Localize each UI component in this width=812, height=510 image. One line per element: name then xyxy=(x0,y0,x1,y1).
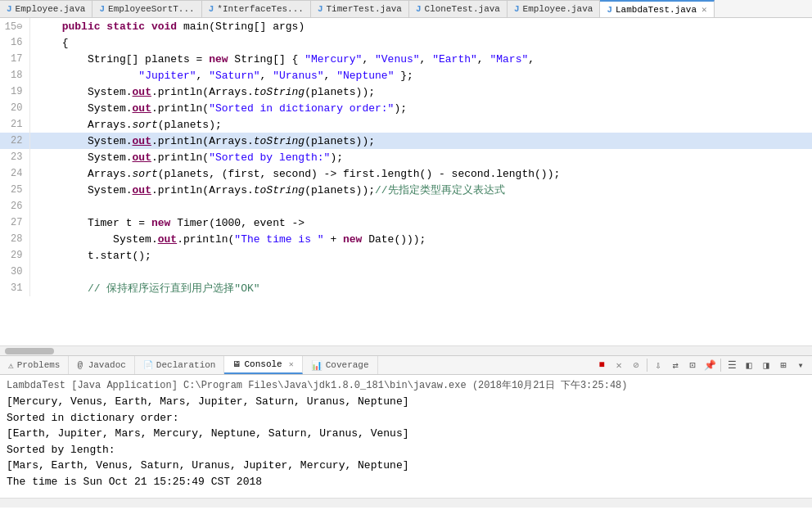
java-icon: J xyxy=(607,5,612,15)
console-line-1: [Mercury, Venus, Earth, Mars, Jupiter, S… xyxy=(7,394,805,410)
layout-button1[interactable]: ◧ xyxy=(741,357,757,373)
tab-employee2[interactable]: J Employee.java xyxy=(508,0,600,17)
disconnect-button[interactable]: ⊘ xyxy=(628,357,644,373)
code-content: Timer t = new Timer(1000, event -> xyxy=(29,214,812,231)
line-number: 17 xyxy=(0,51,29,67)
console-area: LambdaTest [Java Application] C:\Program… xyxy=(0,375,812,498)
line-number: 18 xyxy=(0,67,29,83)
separator1 xyxy=(647,359,647,372)
line-number: 16 xyxy=(0,34,29,51)
clear-button[interactable]: ⊡ xyxy=(684,357,701,373)
line-24: 24 Arrays.sort(planets, (first, second) … xyxy=(0,165,812,182)
tab-clonetest[interactable]: J CloneTest.java xyxy=(409,0,508,17)
line-29: 29 t.start(); xyxy=(0,247,812,264)
tab-label: TimerTest.java xyxy=(327,4,402,14)
java-icon: J xyxy=(514,4,520,14)
tab-javadoc[interactable]: @ Javadoc xyxy=(69,356,134,374)
pin-button[interactable]: 📌 xyxy=(701,357,718,373)
line-17: 17 String[] planets = new String[] { "Me… xyxy=(0,51,812,67)
declaration-icon: 📄 xyxy=(143,360,153,370)
scroll-lock-button[interactable]: ⇩ xyxy=(650,357,666,373)
tab-console[interactable]: 🖥 Console ✕ xyxy=(224,356,302,374)
code-content: System.out.println("Sorted by length:"); xyxy=(29,149,812,165)
tab-timertest[interactable]: J TimerTest.java xyxy=(311,0,409,17)
tab-label: Employee.java xyxy=(16,4,86,14)
word-wrap-button[interactable]: ⇄ xyxy=(667,357,683,373)
code-content: t.start(); xyxy=(29,247,812,264)
code-content: System.out.println(Arrays.toString(plane… xyxy=(29,133,812,149)
java-icon: J xyxy=(318,4,323,14)
java-icon: J xyxy=(416,4,422,14)
layout-button2[interactable]: ◨ xyxy=(758,357,774,373)
h-scroll-thumb[interactable] xyxy=(5,348,54,354)
line-number: 24 xyxy=(0,165,29,182)
java-icon: J xyxy=(209,4,214,14)
bottom-scrollbar[interactable] xyxy=(0,498,812,508)
code-table: 15⊖ public static void main(String[] arg… xyxy=(0,18,812,296)
line-number: 23 xyxy=(0,149,29,165)
tab-label: Problems xyxy=(17,360,61,370)
line-27: 27 Timer t = new Timer(1000, event -> xyxy=(0,214,812,231)
line-number: 25 xyxy=(0,182,29,198)
stop-button[interactable]: ■ xyxy=(593,357,610,373)
code-content xyxy=(29,264,812,280)
console-line-5: [Mars, Earth, Venus, Saturn, Uranus, Jup… xyxy=(7,458,805,474)
tab-problems[interactable]: ⚠ Problems xyxy=(0,356,69,374)
java-icon: J xyxy=(99,4,105,14)
view-menu-button[interactable]: ☰ xyxy=(724,357,740,373)
line-number: 20 xyxy=(0,100,29,116)
code-content xyxy=(29,198,812,214)
line-15: 15⊖ public static void main(String[] arg… xyxy=(0,18,812,34)
java-icon: J xyxy=(7,4,12,14)
tab-label: Declaration xyxy=(156,360,216,370)
close-icon[interactable]: ✕ xyxy=(289,359,294,369)
expand-button[interactable]: ⊞ xyxy=(775,357,792,373)
editor-scrollbar[interactable] xyxy=(0,345,812,355)
tab-label: LambdaTest.java xyxy=(616,5,697,15)
tab-declaration[interactable]: 📄 Declaration xyxy=(135,356,225,374)
code-content: System.out.println(Arrays.toString(plane… xyxy=(29,83,812,100)
close-icon[interactable]: ✕ xyxy=(701,4,707,15)
line-number: 21 xyxy=(0,116,29,133)
console-line-4: Sorted by length: xyxy=(7,442,805,458)
tab-label: Coverage xyxy=(326,360,369,370)
tab-employeesort[interactable]: J EmployeeSortT... xyxy=(92,0,201,17)
editor-area: 15⊖ public static void main(String[] arg… xyxy=(0,18,812,345)
tab-interfacetest[interactable]: J *InterfaceTes... xyxy=(202,0,311,17)
tab-coverage[interactable]: 📊 Coverage xyxy=(303,356,378,374)
line-number: 15⊖ xyxy=(0,18,29,34)
line-26: 26 xyxy=(0,198,812,214)
tab-bar: J Employee.java J EmployeeSortT... J *In… xyxy=(0,0,812,18)
tab-employee1[interactable]: J Employee.java xyxy=(0,0,92,17)
tab-label: Employee.java xyxy=(523,4,593,14)
line-30: 30 xyxy=(0,264,812,280)
code-content: public static void main(String[] args) xyxy=(29,18,812,34)
line-21: 21 Arrays.sort(planets); xyxy=(0,116,812,133)
line-number: 19 xyxy=(0,83,29,100)
console-run-line: LambdaTest [Java Application] C:\Program… xyxy=(7,378,805,392)
console-line-3: [Earth, Jupiter, Mars, Mercury, Neptune,… xyxy=(7,426,805,442)
chevron-down-button[interactable]: ▾ xyxy=(792,357,809,373)
code-content: Arrays.sort(planets); xyxy=(29,116,812,133)
terminate-button[interactable]: ✕ xyxy=(611,357,627,373)
code-content: System.out.println("The time is " + new … xyxy=(29,231,812,247)
code-content: // 保持程序运行直到用户选择"OK" xyxy=(29,280,812,296)
line-number: 28 xyxy=(0,231,29,247)
line-28: 28 System.out.println("The time is " + n… xyxy=(0,231,812,247)
tab-lambdatest[interactable]: J LambdaTest.java ✕ xyxy=(600,0,714,17)
bottom-tabs: ⚠ Problems @ Javadoc 📄 Declaration 🖥 Con… xyxy=(0,355,812,375)
code-content: String[] planets = new String[] { "Mercu… xyxy=(29,51,812,67)
coverage-icon: 📊 xyxy=(311,360,323,371)
code-content: System.out.println(Arrays.toString(plane… xyxy=(29,182,812,198)
line-19: 19 System.out.println(Arrays.toString(pl… xyxy=(0,83,812,100)
line-31: 31 // 保持程序运行直到用户选择"OK" xyxy=(0,280,812,296)
line-number: 31 xyxy=(0,280,29,296)
line-number: 29 xyxy=(0,247,29,264)
console-line-6: The time is Sun Oct 21 15:25:49 CST 2018 xyxy=(7,474,805,490)
line-22: 22 System.out.println(Arrays.toString(pl… xyxy=(0,133,812,149)
code-content: Arrays.sort(planets, (first, second) -> … xyxy=(29,165,812,182)
line-number: 22 xyxy=(0,133,29,149)
line-number: 30 xyxy=(0,264,29,280)
line-23: 23 System.out.println("Sorted by length:… xyxy=(0,149,812,165)
line-18: 18 "Jupiter", "Saturn", "Uranus", "Neptu… xyxy=(0,67,812,83)
